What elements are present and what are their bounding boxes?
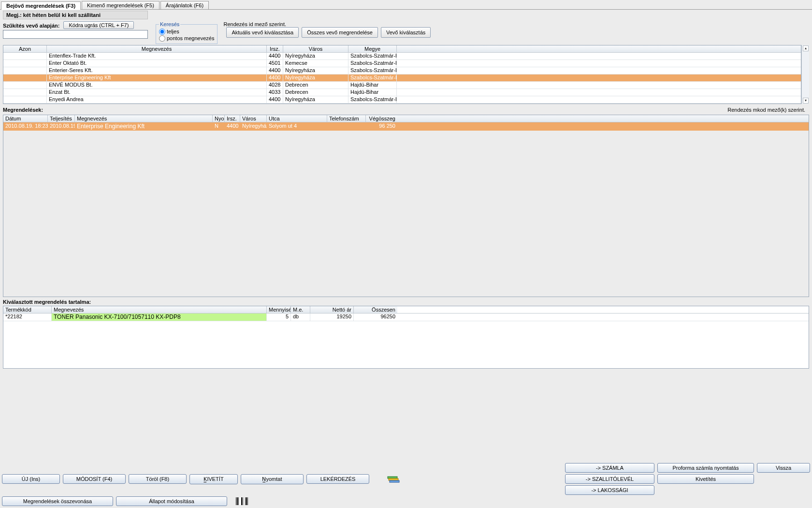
note-bar: Megj.: két héten belül ki kell szállítan… xyxy=(3,11,148,19)
table-row[interactable]: ENVÉ MODUS Bt.4028DebrecenHajdú-Bihar xyxy=(3,82,801,89)
items-label: Kiválasztott megrendelés tartalma: xyxy=(3,298,93,306)
project-button[interactable]: K̲IVETÍT xyxy=(189,474,238,484)
table-row[interactable]: Entenflex-Trade Kft.4400NyíregyházaSzabo… xyxy=(3,53,801,60)
orders-label: Megrendelések: xyxy=(3,106,45,114)
radio-exact[interactable] xyxy=(159,35,165,42)
to-delivery-note-button[interactable]: -> SZALLITÓLEVÉL xyxy=(565,474,654,484)
svg-rect-1 xyxy=(389,478,398,480)
scroll-up-icon[interactable]: ▴ xyxy=(803,45,809,51)
table-row[interactable]: Enterier-Seres Kft.4400NyíregyházaSzabol… xyxy=(3,67,801,75)
table-row[interactable]: Enter Oktató Bt.4501KemecseSzabolcs-Szat… xyxy=(3,60,801,67)
query-button[interactable]: LEKÉRDEZÉS xyxy=(306,474,369,484)
customers-grid[interactable]: Azon Megnevezés Irsz. Város Megye Entenf… xyxy=(3,45,801,104)
select-customer-button[interactable]: Vevő kiválasztás xyxy=(381,27,431,38)
back-button[interactable]: Vissza xyxy=(757,463,810,473)
table-row[interactable]: 2010.08.19. 18:23:252010.08.19.Enterpris… xyxy=(3,122,809,131)
merge-orders-button[interactable]: Megrendelések összevonása xyxy=(2,496,113,506)
sort-note: Rendezés id mező szerint. xyxy=(223,21,431,27)
new-button[interactable]: ÚJ (Ins) xyxy=(2,474,60,484)
delete-button[interactable]: Töröl (F8) xyxy=(129,474,187,484)
orders-grid[interactable]: Dátum Teljesítés Megnevezés Nyo Irsz. Vá… xyxy=(3,115,809,297)
projection-button[interactable]: Kivetítés xyxy=(657,474,754,484)
search-group: Keresés teljes pontos megnevezés xyxy=(156,21,218,44)
radio-full[interactable] xyxy=(159,29,165,35)
table-row[interactable]: Enyedi Andrea4400NyíregyházaSzabolcs-Sza… xyxy=(3,96,801,104)
tab-quotes[interactable]: Árajánlatok (F6) xyxy=(160,1,209,9)
modify-button[interactable]: MÓDOSÍT (F4) xyxy=(63,474,126,484)
table-row[interactable]: *22182TONER Panasonic KX-7100/71057110 K… xyxy=(3,314,809,321)
print-button[interactable]: N̲yomtat xyxy=(241,474,304,484)
filter-label: Szűkítés vevő alapján: xyxy=(3,23,59,29)
books-icon xyxy=(387,474,400,484)
barcode-icon xyxy=(236,497,248,505)
table-row[interactable]: Enterprise Engineering Kft4400Nyíregyház… xyxy=(3,75,801,82)
tab-outgoing[interactable]: Kimenő megrendelések (F5) xyxy=(82,1,160,9)
jump-to-code-button[interactable]: Kódra ugrás (CTRL + F7) xyxy=(63,21,134,29)
footer: ÚJ (Ins) MÓDOSÍT (F4) Töröl (F8) K̲IVETÍ… xyxy=(2,462,810,506)
customer-filter-input[interactable] xyxy=(3,30,148,39)
status-change-button[interactable]: Állapot módosítása xyxy=(116,496,227,506)
tab-incoming[interactable]: Bejövő megrendelések (F3) xyxy=(1,1,81,10)
select-current-customer-button[interactable]: Aktuális vevő kiválasztása xyxy=(226,27,299,38)
items-grid[interactable]: Termékkód Megnevezés Mennyisé M.e. Nettó… xyxy=(3,306,809,369)
svg-rect-0 xyxy=(388,477,397,478)
proforma-print-button[interactable]: Proforma számla nyomtatás xyxy=(657,463,754,473)
orders-sort-note: Rendezés mkod mező(k) szerint. xyxy=(727,107,809,113)
all-customer-orders-button[interactable]: Összes vevő megrendelése xyxy=(302,27,378,38)
table-row[interactable]: Enzat Bt.4033DebrecenHajdú-Bihar xyxy=(3,89,801,96)
svg-rect-2 xyxy=(390,480,399,482)
customers-scrollbar[interactable]: ▴ ▾ xyxy=(801,45,809,104)
to-invoice-button[interactable]: -> SZÁMLA xyxy=(565,463,654,473)
scroll-down-icon[interactable]: ▾ xyxy=(803,98,809,104)
tab-bar: Bejövő megrendelések (F3) Kimenő megrend… xyxy=(0,0,812,10)
to-retail-button[interactable]: -> LAKOSSÁGI xyxy=(565,485,654,495)
